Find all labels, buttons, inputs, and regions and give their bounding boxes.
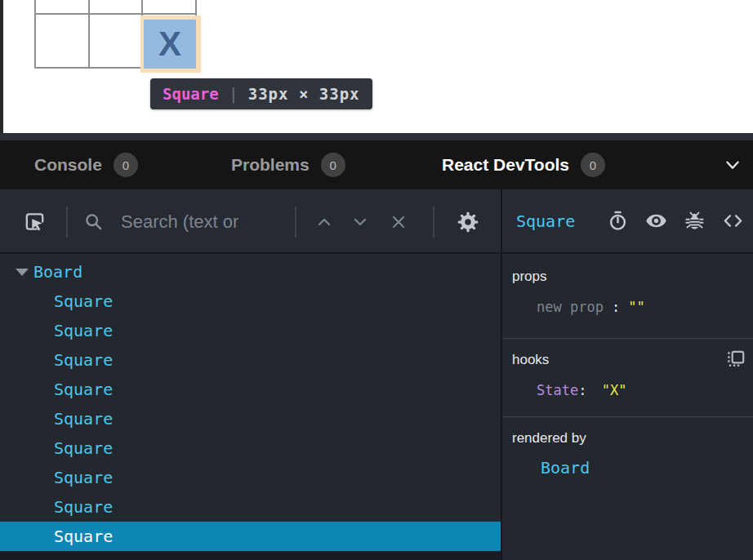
tree-item-square[interactable]: Square	[0, 404, 501, 433]
expand-arrow-icon[interactable]	[16, 269, 29, 276]
tab-badge: 0	[321, 153, 345, 177]
tab-problems[interactable]: Problems 0	[231, 140, 345, 189]
tree-item-label: Board	[33, 262, 82, 282]
props-section: props new prop:""	[502, 256, 753, 339]
tab-react-devtools[interactable]: React DevTools 0	[442, 140, 605, 189]
tree-scrollbar-track[interactable]	[0, 551, 501, 560]
tab-badge: 0	[114, 153, 138, 177]
grid-line	[34, 13, 197, 15]
chevron-down-icon[interactable]	[350, 212, 370, 232]
inspect-highlight-square[interactable]: X	[144, 20, 196, 69]
tree-item-board[interactable]: Board	[0, 257, 501, 287]
devtools-top-border[interactable]	[0, 133, 753, 140]
tree-item-label: Square	[54, 409, 113, 429]
square-cell-value: X	[158, 24, 181, 64]
tab-label: Console	[34, 155, 102, 175]
selected-component-title: Square	[516, 211, 575, 231]
component-inspector-panel: Square	[502, 189, 753, 560]
tree-item-square[interactable]: Square	[0, 433, 501, 463]
tree-item-square[interactable]: Square	[0, 316, 501, 345]
tree-item-square[interactable]: Square	[0, 287, 501, 316]
tree-item-label: Square	[54, 291, 113, 311]
tree-toolbar	[0, 189, 501, 254]
colon: :	[612, 299, 620, 315]
tooltip-separator: |	[229, 84, 238, 104]
prop-key-placeholder[interactable]: new prop	[537, 299, 604, 315]
tree-item-label: Square	[54, 497, 113, 517]
hook-value[interactable]: "X"	[602, 382, 627, 398]
component-tree: Board Square Square Square Square Square…	[0, 257, 501, 551]
parse-hook-names-icon[interactable]	[725, 349, 746, 370]
bug-icon[interactable]	[684, 210, 706, 232]
chevron-down-icon[interactable]	[722, 154, 743, 176]
inspect-element-icon[interactable]	[22, 209, 47, 234]
search-input[interactable]	[119, 206, 289, 238]
tooltip-dimensions: 33px × 33px	[248, 85, 360, 103]
stopwatch-icon[interactable]	[607, 210, 629, 232]
tree-item-square-selected[interactable]: Square	[0, 522, 501, 551]
tree-item-label: Square	[54, 527, 113, 546]
tab-badge: 0	[581, 153, 605, 177]
colon: :	[578, 382, 586, 398]
grid-line	[34, 0, 36, 69]
window-left-edge	[0, 0, 3, 133]
devtools-tab-bar: Console 0 Problems 0 React DevTools 0	[0, 140, 753, 189]
chevron-up-icon[interactable]	[314, 212, 334, 232]
tree-item-label: Square	[54, 321, 113, 340]
hooks-title: hooks	[512, 352, 745, 368]
gear-icon[interactable]	[456, 210, 480, 234]
rendered-by-link-board[interactable]: Board	[512, 458, 745, 478]
grid-line	[88, 0, 90, 69]
tree-item-label: Square	[54, 350, 113, 370]
rendered-by-section: rendered by Board	[502, 417, 753, 560]
tree-item-square[interactable]: Square	[0, 492, 501, 522]
view-source-icon[interactable]	[721, 209, 745, 233]
state-hook-row[interactable]: State: "X"	[512, 382, 745, 398]
close-icon[interactable]	[389, 212, 408, 232]
react-devtools-panel: Board Square Square Square Square Square…	[0, 189, 753, 560]
tab-label: React DevTools	[442, 155, 569, 175]
rendered-by-title: rendered by	[512, 430, 745, 447]
tree-item-label: Square	[54, 380, 113, 399]
toolbar-divider	[433, 207, 434, 238]
tree-item-square[interactable]: Square	[0, 375, 501, 404]
prop-value[interactable]: ""	[628, 299, 644, 315]
inspected-page: X Square | 33px × 33px	[0, 0, 753, 133]
components-tree-panel: Board Square Square Square Square Square…	[0, 189, 501, 560]
tab-console[interactable]: Console 0	[34, 140, 138, 189]
tree-item-label: Square	[54, 438, 113, 458]
tooltip-component-name: Square	[163, 85, 219, 103]
props-title: props	[512, 269, 745, 285]
eye-icon[interactable]	[644, 209, 668, 233]
tab-label: Problems	[231, 155, 310, 175]
search-icon	[82, 211, 105, 233]
inspect-overlay-tooltip: Square | 33px × 33px	[150, 78, 372, 109]
toolbar-divider	[295, 207, 296, 238]
inspector-toolbar: Square	[502, 189, 753, 254]
tree-item-square[interactable]: Square	[0, 345, 501, 375]
new-prop-row[interactable]: new prop:""	[512, 299, 745, 315]
hook-key: State	[537, 382, 578, 398]
toolbar-divider	[66, 207, 68, 238]
tree-item-label: Square	[54, 468, 113, 487]
hooks-section: hooks State: "X"	[502, 339, 753, 417]
tree-item-square[interactable]: Square	[0, 463, 501, 492]
